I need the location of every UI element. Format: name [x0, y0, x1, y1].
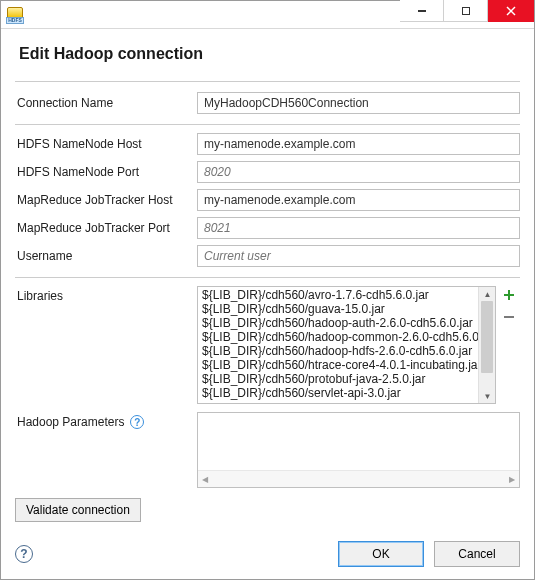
help-icon[interactable]: ?: [15, 545, 33, 563]
libraries-label: Libraries: [15, 286, 197, 303]
list-item[interactable]: ${LIB_DIR}/cdh560/hadoop-hdfs-2.6.0-cdh5…: [202, 344, 474, 358]
scroll-left-icon[interactable]: ◀: [198, 471, 212, 488]
scroll-thumb[interactable]: [481, 301, 493, 373]
scrollbar-horizontal[interactable]: ◀ ▶: [198, 470, 519, 487]
jobtracker-host-input[interactable]: [197, 189, 520, 211]
ok-button[interactable]: OK: [338, 541, 424, 567]
titlebar[interactable]: HDFS: [1, 1, 534, 29]
hadoop-parameters-textarea[interactable]: ◀ ▶: [197, 412, 520, 488]
scroll-up-icon[interactable]: ▲: [479, 287, 496, 301]
scrollbar-vertical[interactable]: ▲ ▼: [478, 287, 495, 403]
list-item[interactable]: ${LIB_DIR}/cdh560/htrace-core4-4.0.1-inc…: [202, 358, 474, 372]
dialog-body: Edit Hadoop connection Connection Name H…: [1, 29, 534, 532]
libraries-listbox[interactable]: ${LIB_DIR}/cdh560/avro-1.7.6-cdh5.6.0.ja…: [197, 286, 496, 404]
namenode-host-input[interactable]: [197, 133, 520, 155]
help-icon[interactable]: ?: [130, 415, 144, 429]
remove-library-button[interactable]: [502, 310, 516, 324]
maximize-button[interactable]: [444, 0, 488, 22]
namenode-port-input[interactable]: [197, 161, 520, 183]
list-item[interactable]: ${LIB_DIR}/cdh560/guava-15.0.jar: [202, 302, 474, 316]
username-label: Username: [15, 249, 197, 263]
scroll-down-icon[interactable]: ▼: [479, 389, 496, 403]
list-item[interactable]: ${LIB_DIR}/cdh560/servlet-api-3.0.jar: [202, 386, 474, 400]
username-input[interactable]: [197, 245, 520, 267]
minimize-button[interactable]: [400, 0, 444, 22]
footer: ? OK Cancel: [15, 541, 520, 567]
separator: [15, 81, 520, 82]
dialog-window: HDFS Edit Hadoop connection Connection N…: [0, 0, 535, 580]
hadoop-parameters-label: Hadoop Parameters ?: [15, 412, 197, 429]
hdfs-icon: HDFS: [7, 7, 23, 23]
svg-rect-1: [462, 7, 469, 14]
jobtracker-port-label: MapReduce JobTracker Port: [15, 221, 197, 235]
page-title: Edit Hadoop connection: [19, 45, 520, 63]
namenode-port-label: HDFS NameNode Port: [15, 165, 197, 179]
connection-name-label: Connection Name: [15, 96, 197, 110]
separator: [15, 277, 520, 278]
close-button[interactable]: [488, 0, 534, 22]
cancel-button[interactable]: Cancel: [434, 541, 520, 567]
jobtracker-port-input[interactable]: [197, 217, 520, 239]
jobtracker-host-label: MapReduce JobTracker Host: [15, 193, 197, 207]
list-item[interactable]: ${LIB_DIR}/cdh560/hadoop-auth-2.6.0-cdh5…: [202, 316, 474, 330]
add-library-button[interactable]: [502, 288, 516, 302]
list-item[interactable]: ${LIB_DIR}/cdh560/hadoop-common-2.6.0-cd…: [202, 330, 474, 344]
validate-connection-button[interactable]: Validate connection: [15, 498, 141, 522]
separator: [15, 124, 520, 125]
list-item[interactable]: ${LIB_DIR}/cdh560/avro-1.7.6-cdh5.6.0.ja…: [202, 288, 474, 302]
list-item[interactable]: ${LIB_DIR}/cdh560/protobuf-java-2.5.0.ja…: [202, 372, 474, 386]
connection-name-input[interactable]: [197, 92, 520, 114]
namenode-host-label: HDFS NameNode Host: [15, 137, 197, 151]
scroll-right-icon[interactable]: ▶: [505, 471, 519, 488]
